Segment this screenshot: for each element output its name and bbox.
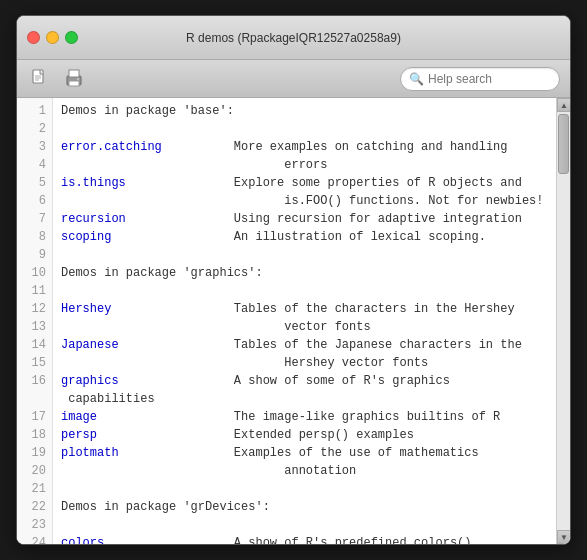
line-num: 11	[17, 282, 52, 300]
list-item: colors A show of R's predefined colors()	[53, 534, 556, 544]
content-area: 1 2 3 4 5 6 7 8 9 10 11 12 13 14 15 16 1…	[17, 98, 570, 544]
app-window: R demos (RpackageIQR12527a0258a9) 🔍	[16, 15, 571, 545]
list-item: is.FOO() functions. Not for newbies!	[53, 192, 556, 210]
line-num: 17	[17, 408, 52, 426]
titlebar: R demos (RpackageIQR12527a0258a9)	[17, 16, 570, 60]
list-item: graphics A show of some of R's graphics	[53, 372, 556, 390]
line-num: 10	[17, 264, 52, 282]
scrollbar-thumb[interactable]	[558, 114, 569, 174]
print-icon[interactable]	[61, 66, 87, 92]
toolbar: 🔍	[17, 60, 570, 98]
line-num: 22	[17, 498, 52, 516]
line-num: 19	[17, 444, 52, 462]
list-item	[53, 246, 556, 264]
document-icon[interactable]	[27, 66, 53, 92]
svg-rect-6	[69, 81, 79, 86]
list-item: Hershey vector fonts	[53, 354, 556, 372]
line-num: 12	[17, 300, 52, 318]
line-num: 1	[17, 102, 52, 120]
list-item: scoping An illustration of lexical scopi…	[53, 228, 556, 246]
list-item: recursion Using recursion for adaptive i…	[53, 210, 556, 228]
list-item	[53, 282, 556, 300]
line-num: 15	[17, 354, 52, 372]
list-item	[53, 120, 556, 138]
list-item: image The image-like graphics builtins o…	[53, 408, 556, 426]
line-num: 18	[17, 426, 52, 444]
scrollbar-up-button[interactable]: ▲	[557, 98, 570, 112]
search-box[interactable]: 🔍	[400, 67, 560, 91]
maximize-button[interactable]	[65, 31, 78, 44]
line-num	[17, 390, 52, 408]
line-num: 13	[17, 318, 52, 336]
line-num: 14	[17, 336, 52, 354]
list-item: Demos in package 'grDevices':	[53, 498, 556, 516]
line-num: 2	[17, 120, 52, 138]
scrollbar[interactable]: ▲ ▼	[556, 98, 570, 544]
list-item: capabilities	[53, 390, 556, 408]
list-item: Demos in package 'graphics':	[53, 264, 556, 282]
search-icon: 🔍	[409, 72, 424, 86]
svg-point-7	[77, 78, 79, 80]
list-item: Japanese Tables of the Japanese characte…	[53, 336, 556, 354]
list-item: persp Extended persp() examples	[53, 426, 556, 444]
line-numbers: 1 2 3 4 5 6 7 8 9 10 11 12 13 14 15 16 1…	[17, 98, 53, 544]
line-num: 6	[17, 192, 52, 210]
close-button[interactable]	[27, 31, 40, 44]
line-num: 21	[17, 480, 52, 498]
line-num: 7	[17, 210, 52, 228]
list-item	[53, 516, 556, 534]
search-input[interactable]	[428, 72, 551, 86]
line-num: 3	[17, 138, 52, 156]
line-num: 16	[17, 372, 52, 390]
line-num: 20	[17, 462, 52, 480]
line-num: 4	[17, 156, 52, 174]
line-num: 23	[17, 516, 52, 534]
list-item: vector fonts	[53, 318, 556, 336]
minimize-button[interactable]	[46, 31, 59, 44]
list-item	[53, 480, 556, 498]
list-item: annotation	[53, 462, 556, 480]
line-num: 9	[17, 246, 52, 264]
traffic-lights	[27, 31, 78, 44]
scrollbar-down-button[interactable]: ▼	[557, 530, 570, 544]
scrollbar-track[interactable]	[557, 112, 570, 530]
code-content[interactable]: Demos in package 'base': error.catching …	[53, 98, 556, 544]
line-num: 5	[17, 174, 52, 192]
list-item: plotmath Examples of the use of mathemat…	[53, 444, 556, 462]
list-item: errors	[53, 156, 556, 174]
list-item: error.catching More examples on catching…	[53, 138, 556, 156]
line-num: 24	[17, 534, 52, 544]
list-item: Demos in package 'base':	[53, 102, 556, 120]
svg-rect-5	[69, 70, 79, 77]
line-num: 8	[17, 228, 52, 246]
list-item: Hershey Tables of the characters in the …	[53, 300, 556, 318]
window-title: R demos (RpackageIQR12527a0258a9)	[186, 31, 401, 45]
list-item: is.things Explore some properties of R o…	[53, 174, 556, 192]
